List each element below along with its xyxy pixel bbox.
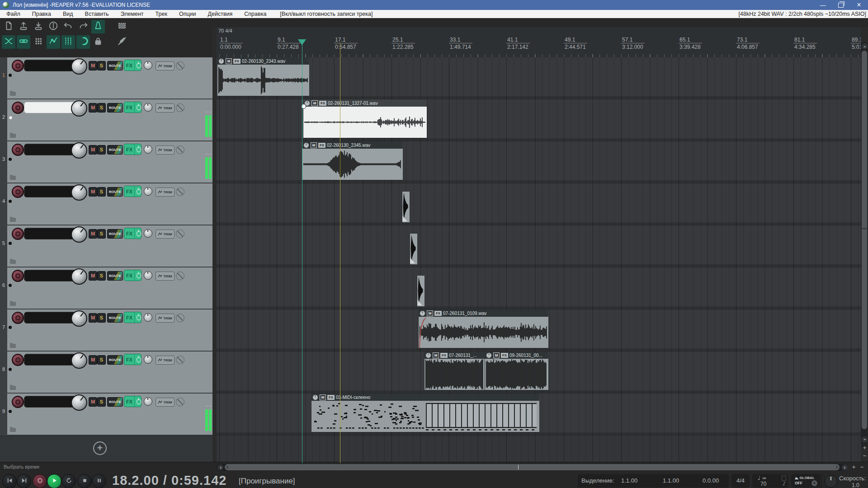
fx-button[interactable]: FX: [124, 102, 142, 113]
solo-button[interactable]: S: [97, 397, 106, 407]
record-monitor-dot[interactable]: [9, 284, 12, 287]
trim-envelope-button[interactable]: TRIM: [156, 145, 175, 155]
fx-power-icon[interactable]: [137, 357, 141, 362]
add-track-button[interactable]: +: [93, 441, 107, 455]
play-button[interactable]: [47, 474, 61, 488]
menu-item-5[interactable]: Трек: [156, 11, 167, 17]
global-automation-box[interactable]: GLOBAL OFF ▼: [791, 474, 820, 488]
fx-power-icon[interactable]: [137, 273, 141, 278]
menu-item-0[interactable]: Файл: [6, 11, 20, 17]
fx-power-icon[interactable]: [137, 399, 141, 404]
item-mute-icon[interactable]: M: [311, 142, 317, 148]
folder-icon[interactable]: [10, 302, 16, 306]
record-arm-button[interactable]: [12, 228, 24, 240]
mute-button[interactable]: M: [89, 103, 97, 113]
pan-knob[interactable]: [144, 145, 152, 154]
pan-knob[interactable]: [144, 61, 152, 70]
fx-power-icon[interactable]: [137, 63, 141, 68]
volume-knob[interactable]: [71, 142, 87, 159]
route-button[interactable]: ROUTE: [107, 145, 123, 155]
fx-button[interactable]: FX: [124, 144, 142, 155]
item-volume-handle[interactable]: [301, 104, 306, 109]
scroll-right-arrow[interactable]: [842, 465, 848, 470]
mute-button[interactable]: M: [89, 61, 97, 70]
bpm-value[interactable]: 70: [760, 481, 766, 487]
volume-knob[interactable]: [71, 310, 87, 327]
fx-power-icon[interactable]: [137, 231, 141, 236]
solo-button[interactable]: S: [97, 229, 106, 239]
pan-knob[interactable]: [144, 271, 152, 280]
item-fx-icon[interactable]: FX: [501, 353, 508, 358]
horizontal-zoom-out-button[interactable]: −: [859, 465, 865, 470]
record-arm-button[interactable]: [12, 102, 24, 114]
item-mute-icon[interactable]: M: [427, 310, 433, 316]
scroll-down-arrow[interactable]: [862, 436, 868, 442]
route-button[interactable]: ROUTE: [107, 187, 123, 197]
folder-icon[interactable]: [10, 134, 16, 138]
mute-button[interactable]: M: [89, 397, 97, 407]
pan-knob[interactable]: [144, 187, 152, 196]
record-monitor-dot[interactable]: [9, 410, 12, 413]
trim-envelope-button[interactable]: TRIM: [156, 188, 175, 197]
phase-button[interactable]: [176, 314, 184, 322]
audio-clip[interactable]: MFX02-260131_1327-01.wav: [303, 99, 426, 138]
mute-button[interactable]: M: [89, 313, 97, 323]
audio-clip[interactable]: MFX09-260131_00...: [485, 352, 548, 390]
route-button[interactable]: ROUTE: [107, 355, 123, 365]
vertical-zoom-in-button[interactable]: +: [862, 445, 868, 451]
trim-envelope-button[interactable]: TRIM: [156, 103, 175, 113]
maximize-button[interactable]: [832, 0, 850, 10]
selection-start[interactable]: 1.1.00: [621, 477, 637, 484]
audio-clip[interactable]: MFX07-260131_...: [424, 352, 485, 390]
phase-button[interactable]: [176, 103, 184, 112]
volume-knob[interactable]: [71, 184, 87, 201]
item-fx-icon[interactable]: FX: [440, 353, 448, 358]
go-to-start-button[interactable]: [2, 474, 17, 488]
record-arm-button[interactable]: [12, 270, 24, 282]
item-mute-icon[interactable]: M: [320, 394, 326, 400]
fx-button[interactable]: FX: [124, 354, 142, 365]
fx-power-icon[interactable]: [137, 315, 141, 320]
pan-knob[interactable]: [144, 313, 152, 322]
go-to-end-button[interactable]: [17, 474, 31, 488]
volume-knob[interactable]: [71, 100, 87, 117]
horizontal-zoom-in-button[interactable]: +: [851, 465, 857, 470]
mute-button[interactable]: M: [89, 145, 97, 155]
solo-button[interactable]: S: [97, 313, 106, 323]
audio-clip[interactable]: [402, 191, 409, 222]
volume-knob[interactable]: [71, 226, 87, 243]
selection-end[interactable]: 1.1.00: [663, 477, 679, 484]
audio-clip[interactable]: [410, 233, 417, 264]
phase-button[interactable]: [176, 398, 184, 406]
route-button[interactable]: ROUTE: [107, 229, 123, 239]
item-fx-icon[interactable]: FX: [327, 395, 335, 400]
item-mute-icon[interactable]: M: [311, 100, 318, 106]
record-monitor-dot[interactable]: [9, 242, 12, 245]
pan-knob[interactable]: [144, 355, 152, 364]
record-button[interactable]: [33, 474, 47, 488]
record-monitor-dot[interactable]: [9, 368, 12, 371]
tempo-box[interactable]: ♩ = 70 ♪: [752, 474, 788, 488]
volume-knob[interactable]: [71, 352, 87, 369]
arrange-area[interactable]: MFX02-260130_2343.wavMFX02-260131_1327-0…: [217, 57, 861, 463]
global-dropdown-icon[interactable]: ▼: [811, 480, 817, 486]
pause-button[interactable]: [92, 474, 106, 488]
item-fx-icon[interactable]: FX: [434, 311, 442, 316]
folder-icon[interactable]: [10, 386, 16, 390]
route-button[interactable]: ROUTE: [107, 271, 123, 281]
vertical-scrollbar-thumb[interactable]: [862, 51, 867, 429]
solo-button[interactable]: S: [97, 271, 106, 281]
phase-button[interactable]: [176, 356, 184, 364]
phase-button[interactable]: [176, 230, 184, 238]
record-monitor-dot[interactable]: [9, 326, 12, 329]
metronome-button[interactable]: [91, 20, 105, 33]
record-arm-button[interactable]: [12, 186, 24, 198]
record-monitor-dot[interactable]: [9, 200, 12, 203]
folder-icon[interactable]: [10, 260, 16, 264]
volume-knob[interactable]: [71, 58, 87, 75]
close-button[interactable]: ×: [850, 0, 868, 10]
folder-icon[interactable]: [10, 344, 16, 348]
solo-button[interactable]: S: [97, 145, 106, 155]
trim-envelope-button[interactable]: TRIM: [156, 61, 175, 70]
menu-item-2[interactable]: Вид: [63, 11, 73, 17]
